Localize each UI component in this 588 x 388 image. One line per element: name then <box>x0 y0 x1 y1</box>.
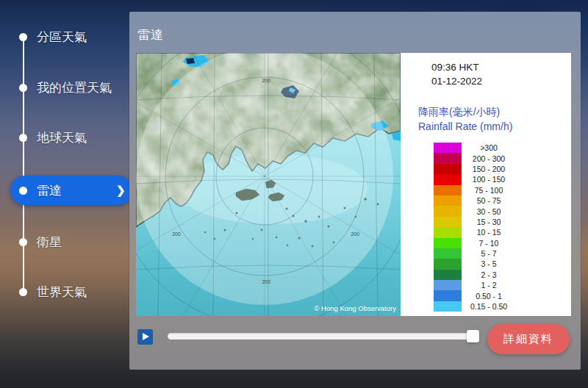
legend-range-label: 0.15 - 0.50 <box>462 302 516 311</box>
range-ring-label: 200 <box>262 78 270 83</box>
legend-color-swatch <box>434 248 462 259</box>
legend-row: 100 - 150 <box>434 174 516 184</box>
timeline-dot-icon <box>19 288 27 296</box>
chevron-right-icon: ❯ <box>116 184 126 197</box>
legend-color-swatch <box>434 164 462 174</box>
legend-color-swatch <box>434 195 462 206</box>
copyright-text: © Hong Kong Observatory <box>314 304 396 312</box>
sidebar-item-district-weather[interactable]: 分區天氣 <box>0 22 129 51</box>
legend-range-label: 30 - 50 <box>462 207 516 216</box>
timeline-dot-icon <box>19 134 27 142</box>
detail-button-label: 詳細資料 <box>503 332 553 346</box>
legend-row: 5 - 7 <box>434 248 516 259</box>
legend-color-swatch <box>434 143 462 153</box>
range-ring-label: 200 <box>351 231 359 237</box>
sidebar-item-my-location-weather[interactable]: 我的位置天氣 <box>0 73 129 102</box>
legend-color-swatch <box>434 174 462 184</box>
legend-range-label: 0.50 - 1 <box>462 292 516 301</box>
play-icon <box>143 333 149 340</box>
detail-button[interactable]: 詳細資料 <box>487 324 570 354</box>
legend-row: 7 - 10 <box>434 238 516 248</box>
radar-figure: 200 200 200 200 © Hong Kong Observatory … <box>136 53 571 316</box>
legend-range-label: 10 - 15 <box>462 228 516 237</box>
legend-range-label: 3 - 5 <box>462 259 516 268</box>
sidebar-item-radar[interactable]: 雷達❯ <box>0 176 129 205</box>
radar-panel: 雷達 <box>129 12 581 370</box>
sidebar-item-world-weather[interactable]: 世界天氣 <box>0 277 129 306</box>
legend-color-swatch <box>434 270 462 280</box>
timeline-dot-icon <box>19 33 27 41</box>
legend-row: 0.15 - 0.50 <box>434 301 516 312</box>
legend-title-zh: 降雨率(毫米/小時) <box>418 106 500 119</box>
rainfall-legend: >300200 - 300150 - 200100 - 15075 - 1005… <box>434 143 516 312</box>
legend-range-label: 200 - 300 <box>462 154 516 163</box>
legend-color-swatch <box>434 301 462 312</box>
legend-row: 15 - 30 <box>434 217 516 227</box>
legend-color-swatch <box>434 153 462 163</box>
sidebar-item-label: 地球天氣 <box>37 129 87 146</box>
sidebar-item-label: 衛星 <box>37 234 62 251</box>
active-item-pill <box>10 176 132 205</box>
legend-row: 2 - 3 <box>434 270 516 280</box>
page-title: 雷達 <box>137 26 164 43</box>
legend-color-swatch <box>434 238 462 248</box>
legend-color-swatch <box>434 206 462 216</box>
radar-timestamp: 09:36 HKT 01-12-2022 <box>431 60 482 88</box>
animation-slider-track[interactable] <box>168 333 479 340</box>
legend-range-label: 2 - 3 <box>462 270 516 279</box>
legend-row: 10 - 15 <box>434 227 516 237</box>
sidebar-item-earth-weather[interactable]: 地球天氣 <box>0 123 129 152</box>
sidebar-item-label: 世界天氣 <box>37 284 87 301</box>
legend-row: 75 - 100 <box>434 185 516 195</box>
legend-range-label: 100 - 150 <box>462 175 516 184</box>
timeline-dot-icon <box>19 187 27 195</box>
sidebar-item-label: 雷達 <box>37 182 62 199</box>
sidebar-item-satellite[interactable]: 衛星 <box>0 227 129 256</box>
animation-slider-handle[interactable] <box>467 330 479 342</box>
legend-color-swatch <box>434 290 462 301</box>
radar-legend-panel: 09:36 HKT 01-12-2022 降雨率(毫米/小時) Rainfall… <box>401 53 571 316</box>
legend-range-label: >300 <box>462 143 516 152</box>
legend-row: 3 - 5 <box>434 259 516 269</box>
legend-row: 150 - 200 <box>434 164 516 174</box>
legend-row: >300 <box>434 143 516 153</box>
legend-range-label: 50 - 75 <box>462 196 516 205</box>
radar-time: 09:36 HKT <box>431 60 482 74</box>
legend-range-label: 15 - 30 <box>462 218 516 226</box>
legend-color-swatch <box>434 259 462 269</box>
legend-title-en: Rainfall Rate (mm/h) <box>418 121 512 132</box>
sidebar-item-label: 我的位置天氣 <box>37 79 112 96</box>
legend-range-label: 1 - 2 <box>462 281 516 290</box>
legend-row: 0.50 - 1 <box>434 290 516 301</box>
timeline-dot-icon <box>19 84 27 92</box>
radar-date: 01-12-2022 <box>431 74 482 88</box>
timeline-dot-icon <box>19 238 27 246</box>
legend-range-label: 75 - 100 <box>462 186 516 195</box>
legend-color-swatch <box>434 280 462 290</box>
legend-range-label: 150 - 200 <box>462 165 516 173</box>
legend-row: 30 - 50 <box>434 206 516 216</box>
radar-map-image: 200 200 200 200 © Hong Kong Observatory <box>136 53 401 316</box>
range-ring-label: 200 <box>262 279 270 284</box>
legend-color-swatch <box>434 185 462 195</box>
legend-color-swatch <box>434 217 462 227</box>
legend-range-label: 5 - 7 <box>462 249 516 258</box>
legend-row: 50 - 75 <box>434 195 516 206</box>
legend-color-swatch <box>434 227 462 237</box>
range-ring-label: 200 <box>172 231 181 237</box>
legend-row: 200 - 300 <box>434 153 516 163</box>
play-button[interactable] <box>137 329 153 345</box>
sidebar-item-label: 分區天氣 <box>37 29 87 46</box>
legend-range-label: 7 - 10 <box>462 239 516 248</box>
legend-row: 1 - 2 <box>434 280 516 290</box>
